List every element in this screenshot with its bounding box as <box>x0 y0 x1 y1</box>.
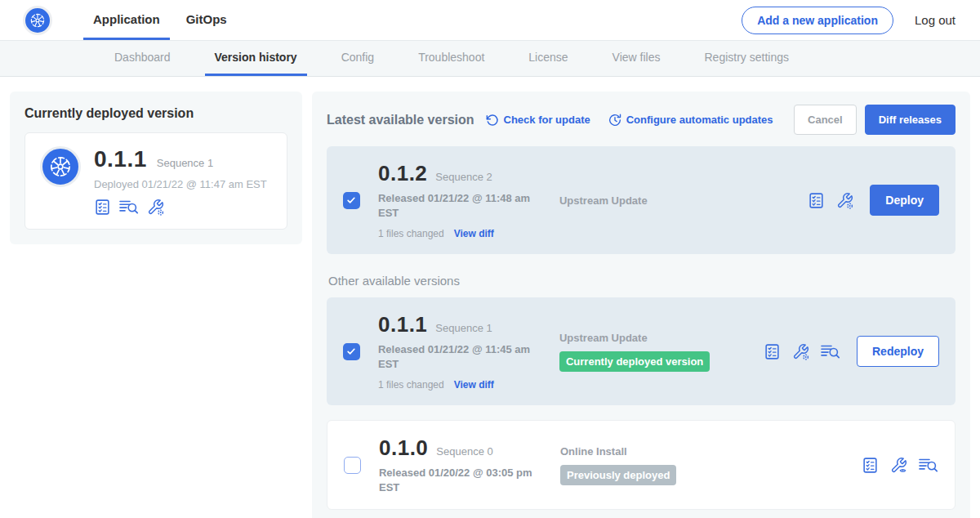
released-timestamp: Released 01/21/22 @ 11:45 am EST <box>378 342 538 371</box>
check-for-update-link[interactable]: Check for update <box>486 114 590 127</box>
latest-available-title: Latest available version <box>327 113 474 127</box>
clock-refresh-icon <box>608 114 621 127</box>
version-source: Upstream Update <box>559 332 764 344</box>
version-number: 0.1.1 <box>378 312 427 337</box>
released-timestamp: Released 01/20/22 @ 03:05 pm EST <box>379 466 539 494</box>
kubernetes-logo-icon <box>23 6 52 35</box>
top-bar: Application GitOps Add a new application… <box>0 0 980 41</box>
sequence-label: Sequence 2 <box>435 171 492 183</box>
view-config-icon[interactable] <box>890 457 907 474</box>
kubernetes-app-icon <box>40 146 81 187</box>
version-checkbox[interactable] <box>344 457 361 474</box>
version-checkbox[interactable] <box>343 343 360 360</box>
version-source: Online Install <box>560 445 764 458</box>
subnav-troubleshoot[interactable]: Troubleshoot <box>408 41 494 76</box>
app-logo <box>23 0 52 40</box>
preflight-checks-icon[interactable] <box>862 457 879 474</box>
currently-deployed-panel: Currently deployed version 0.1.1 Sequenc… <box>10 92 302 244</box>
cancel-button[interactable]: Cancel <box>794 105 857 135</box>
preflight-checks-icon[interactable] <box>764 343 781 360</box>
refresh-icon <box>486 114 499 127</box>
logout-button[interactable]: Log out <box>915 13 956 27</box>
edit-config-icon[interactable] <box>792 343 809 360</box>
preflight-checks-icon[interactable] <box>94 199 111 216</box>
redeploy-button[interactable]: Redeploy <box>857 336 939 367</box>
version-history-panel: Latest available version Check for updat… <box>312 92 970 518</box>
checkmark-icon <box>345 194 357 206</box>
diff-releases-button[interactable]: Diff releases <box>865 105 956 135</box>
checkmark-icon <box>345 346 357 357</box>
check-for-update-label: Check for update <box>504 114 590 126</box>
sequence-label: Sequence 1 <box>435 322 492 334</box>
release-notes-icon[interactable] <box>919 457 938 474</box>
version-row: 0.1.1 Sequence 1 Released 01/21/22 @ 11:… <box>327 297 956 405</box>
view-diff-link[interactable]: View diff <box>454 379 494 391</box>
deployed-sequence-label: Sequence 1 <box>157 157 213 169</box>
main-content: Currently deployed version 0.1.1 Sequenc… <box>0 77 980 518</box>
sequence-label: Sequence 0 <box>436 445 492 458</box>
version-checkbox[interactable] <box>343 192 360 209</box>
subnav-registry-settings[interactable]: Registry settings <box>694 41 798 76</box>
edit-config-icon[interactable] <box>836 192 853 209</box>
currently-deployed-badge: Currently deployed version <box>559 351 710 372</box>
subnav-config[interactable]: Config <box>332 41 384 76</box>
app-subnav: Dashboard Version history Config Trouble… <box>0 41 980 77</box>
subnav-license[interactable]: License <box>519 41 577 76</box>
release-notes-icon[interactable] <box>119 199 139 216</box>
deploy-button[interactable]: Deploy <box>870 185 939 216</box>
release-notes-icon[interactable] <box>821 343 840 360</box>
version-source: Upstream Update <box>559 194 764 207</box>
edit-config-icon[interactable] <box>147 199 164 216</box>
version-row: 0.1.0 Sequence 0 Released 01/20/22 @ 03:… <box>327 420 956 510</box>
previously-deployed-badge: Previously deployed <box>560 465 676 485</box>
preflight-checks-icon[interactable] <box>808 192 825 209</box>
subnav-view-files[interactable]: View files <box>603 41 670 76</box>
subnav-dashboard[interactable]: Dashboard <box>105 41 180 76</box>
version-number: 0.1.0 <box>379 435 428 461</box>
version-number: 0.1.2 <box>378 161 427 186</box>
deployed-version-card: 0.1.1 Sequence 1 Deployed 01/21/22 @ 11:… <box>24 132 287 230</box>
add-new-application-button[interactable]: Add a new application <box>742 7 893 34</box>
tab-application[interactable]: Application <box>83 0 170 40</box>
configure-auto-updates-link[interactable]: Configure automatic updates <box>608 114 773 127</box>
currently-deployed-title: Currently deployed version <box>24 106 287 121</box>
released-timestamp: Released 01/21/22 @ 11:48 am EST <box>378 191 538 220</box>
version-row: 0.1.2 Sequence 2 Released 01/21/22 @ 11:… <box>327 146 956 254</box>
configure-auto-updates-label: Configure automatic updates <box>626 114 773 126</box>
files-changed-label: 1 files changed <box>378 379 444 391</box>
files-changed-label: 1 files changed <box>378 228 444 239</box>
top-tabs: Application GitOps <box>83 0 237 40</box>
subnav-version-history[interactable]: Version history <box>205 41 307 76</box>
other-versions-title: Other available versions <box>328 274 956 288</box>
deployed-timestamp: Deployed 01/21/22 @ 11:47 am EST <box>94 178 267 190</box>
tab-gitops[interactable]: GitOps <box>176 0 237 40</box>
view-diff-link[interactable]: View diff <box>454 228 494 239</box>
deployed-version-number: 0.1.1 <box>94 146 147 172</box>
